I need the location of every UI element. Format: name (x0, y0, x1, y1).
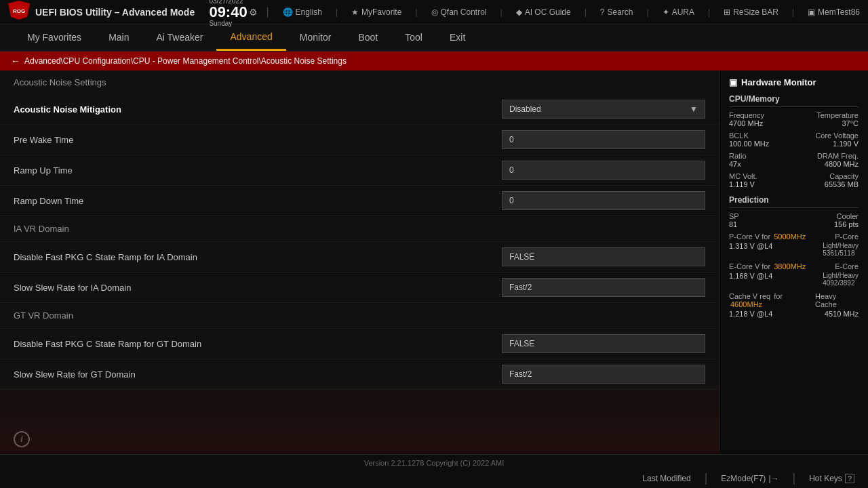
capacity-value: 65536 MB (825, 180, 859, 188)
header-nav: 🌐 English | ★ MyFavorite | ◎ Qfan Contro… (283, 7, 860, 17)
nav-aura[interactable]: ✦ AURA (663, 7, 694, 17)
monitor-ratio-row: Ratio 47x DRAM Freq. 4800 MHz (729, 152, 859, 168)
table-row[interactable]: Ramp Down Time 0 (0, 186, 719, 216)
ecore-block: E-Core V for 3800MHz E-Core 1.168 V @L4 … (729, 262, 859, 287)
datetime-area: 03/27/2022 09:40 ⚙ Sunday (209, 0, 263, 27)
frequency-value: 4700 MHz (729, 119, 764, 127)
table-row[interactable]: Ramp Up Time 0 (0, 155, 719, 186)
info-icon[interactable]: i (14, 431, 30, 447)
top-nav: My Favorites Main Ai Tweaker Advanced Mo… (0, 24, 868, 52)
ramp-up-value[interactable]: 0 (502, 161, 705, 180)
ecore-v-val: 1.168 V @L4 (729, 272, 772, 287)
table-row: IA VR Domain (0, 216, 719, 242)
tab-monitor[interactable]: Monitor (286, 24, 345, 51)
monitor-frequency-row: Frequency 4700 MHz Temperature 37°C (729, 111, 859, 127)
sp-label: SP (729, 212, 739, 220)
cache-v-val: 1.218 V @L4 (729, 310, 772, 318)
setting-label-ramp-down: Ramp Down Time (14, 196, 502, 206)
breadcrumb: ← Advanced\CPU Configuration\CPU - Power… (0, 52, 868, 70)
capacity-label: Capacity (825, 172, 859, 180)
mc-volt-label: MC Volt. (729, 172, 757, 180)
back-arrow-icon[interactable]: ← (11, 56, 20, 66)
monitor-title: ▣ Hardware Monitor (729, 77, 859, 87)
sp-value: 81 (729, 220, 739, 228)
acoustic-mitigation-value: Disabled (509, 104, 541, 114)
tab-my-favorites[interactable]: My Favorites (14, 24, 95, 51)
time-display: 09:40 (209, 5, 247, 20)
tab-exit[interactable]: Exit (436, 24, 479, 51)
ecore-freq: 3800MHz (774, 262, 806, 270)
table-row[interactable]: Disable Fast PKG C State Ramp for GT Dom… (0, 329, 719, 359)
nav-english[interactable]: 🌐 English (283, 7, 322, 17)
ecore-freq-row: E-Core V for 3800MHz E-Core (729, 262, 859, 270)
nav-resizebar[interactable]: ⊞ ReSize BAR (724, 7, 778, 17)
table-row[interactable]: Acoustic Noise Mitigation Disabled ▼ (0, 94, 719, 125)
last-modified-button[interactable]: Last Modified (642, 474, 690, 483)
acoustic-mitigation-dropdown[interactable]: Disabled ▼ (502, 100, 705, 119)
bclk-label: BCLK (729, 131, 769, 140)
logo-area: ROG UEFI BIOS Utility – Advanced Mode (8, 1, 195, 23)
nav-qfan[interactable]: ◎ Qfan Control (431, 7, 487, 17)
ez-mode-button[interactable]: EzMode(F7) |→ (721, 474, 778, 483)
dram-freq-value: 4800 MHz (817, 160, 859, 168)
slow-slew-gt-value[interactable]: Fast/2 (502, 365, 705, 384)
setting-label-ia-vr-domain: IA VR Domain (14, 224, 705, 234)
left-panel: Acoustic Noise Settings Acoustic Noise M… (0, 70, 719, 451)
nav-memtest[interactable]: ▣ MemTest86 (808, 7, 860, 17)
cache-v-for: for (774, 292, 783, 300)
pcore-light-label: P-Core (835, 232, 859, 241)
tab-advanced[interactable]: Advanced (216, 24, 285, 51)
footer-actions: Last Modified | EzMode(F7) |→ | Hot Keys… (0, 471, 868, 488)
pcore-v-label: P-Core V for (729, 232, 770, 241)
tab-ai-tweaker[interactable]: Ai Tweaker (142, 24, 216, 51)
disable-fast-gt-value[interactable]: FALSE (502, 334, 705, 353)
nav-search[interactable]: ? Search (600, 7, 633, 17)
ecore-light-sub: Light/Heavy 4092/3892 (823, 272, 859, 287)
monitor-icon: ▣ (729, 77, 737, 87)
breadcrumb-text: Advanced\CPU Configuration\CPU - Power M… (24, 56, 347, 66)
cooler-value: 156 pts (834, 220, 859, 228)
table-row[interactable]: Slow Slew Rate for IA Domain Fast/2 (0, 272, 719, 303)
table-row[interactable]: Slow Slew Rate for GT Domain Fast/2 (0, 359, 719, 390)
pcore-v-val: 1.313 V @L4 (729, 242, 772, 257)
footer-sep2: | (793, 471, 796, 485)
ecore-light-label: E-Core (835, 262, 859, 270)
setting-label-pre-wake: Pre Wake Time (14, 135, 502, 145)
cpu-memory-title: CPU/Memory (729, 94, 859, 107)
disable-fast-ia-value[interactable]: FALSE (502, 247, 705, 266)
bios-title: UEFI BIOS Utility – Advanced Mode (35, 7, 195, 18)
section-header: Acoustic Noise Settings (0, 70, 719, 94)
nav-myfavorite[interactable]: ★ MyFavorite (351, 7, 401, 17)
gear-icon[interactable]: ⚙ (249, 7, 258, 18)
cache-freq-row: Cache V req for 4600MHz Heavy Cache (729, 292, 859, 308)
core-voltage-label: Core Voltage (815, 131, 859, 140)
tab-tool[interactable]: Tool (391, 24, 436, 51)
slow-slew-ia-value[interactable]: Fast/2 (502, 278, 705, 297)
nav-ai-oc[interactable]: ◆ AI OC Guide (516, 7, 571, 17)
header: ROG UEFI BIOS Utility – Advanced Mode 03… (0, 0, 868, 24)
core-voltage-value: 1.190 V (815, 140, 859, 148)
hot-keys-icon: ? (845, 474, 854, 483)
mc-volt-value: 1.119 V (729, 180, 757, 188)
pcore-freq-row: P-Core V for 5000MHz P-Core (729, 232, 859, 241)
tab-main[interactable]: Main (95, 24, 142, 51)
ramp-down-value[interactable]: 0 (502, 191, 705, 210)
table-row[interactable]: Pre Wake Time 0 (0, 125, 719, 155)
asus-logo-icon: ROG (8, 1, 30, 23)
setting-label-disable-fast-ia: Disable Fast PKG C State Ramp for IA Dom… (14, 252, 502, 262)
monitor-sp-row: SP 81 Cooler 156 pts (729, 212, 859, 228)
hot-keys-button[interactable]: Hot Keys ? (809, 474, 854, 483)
temperature-label: Temperature (816, 111, 859, 119)
tab-boot[interactable]: Boot (344, 24, 391, 51)
footer: Version 2.21.1278 Copyright (C) 2022 AMI… (0, 454, 868, 488)
hardware-monitor-panel: ▣ Hardware Monitor CPU/Memory Frequency … (719, 70, 868, 451)
heavy-cache-val: 4510 MHz (825, 310, 859, 318)
pre-wake-value[interactable]: 0 (502, 130, 705, 149)
dropdown-arrow-icon: ▼ (690, 104, 698, 114)
cache-v-label: Cache V req (729, 292, 770, 300)
table-row[interactable]: Disable Fast PKG C State Ramp for IA Dom… (0, 242, 719, 272)
setting-label-disable-fast-gt: Disable Fast PKG C State Ramp for GT Dom… (14, 339, 502, 349)
sep1: | (266, 6, 269, 18)
monitor-mc-volt-row: MC Volt. 1.119 V Capacity 65536 MB (729, 172, 859, 188)
ez-mode-icon: |→ (768, 474, 778, 483)
